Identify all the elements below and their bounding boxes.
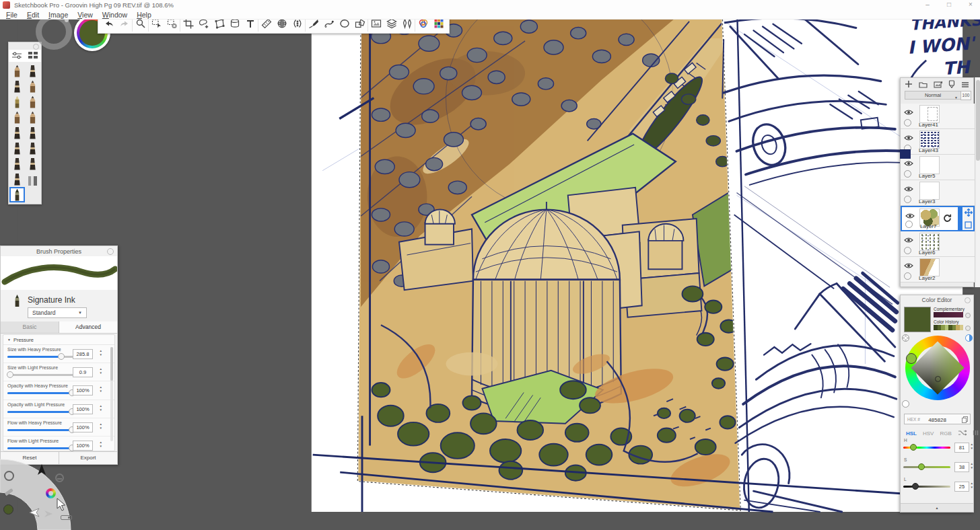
palette-close-icon[interactable] [33, 44, 39, 50]
layer-row[interactable]: Layer2 [901, 257, 975, 282]
value-stepper[interactable]: ▲▼ [100, 422, 102, 430]
lagoon-color-swatch[interactable] [3, 504, 13, 515]
pressure-section-header[interactable]: ▼ Pressure [3, 335, 114, 345]
lagoon-disable-icon[interactable] [55, 474, 64, 482]
layer-row[interactable]: Layer3 [901, 180, 975, 206]
randomize-icon[interactable] [958, 430, 967, 437]
lock-circle-icon[interactable] [904, 247, 911, 254]
layer-row-selected[interactable]: Layer7 [901, 206, 975, 231]
value-stepper[interactable]: ▲▼ [100, 404, 102, 412]
hex-value[interactable]: 485828 [905, 417, 970, 423]
slider-track[interactable] [7, 411, 75, 413]
lock-circle-icon[interactable] [904, 119, 911, 126]
close-button[interactable]: × [965, 0, 976, 9]
tab-hsv[interactable]: HSV [923, 430, 934, 437]
hex-field[interactable]: HEX # 485828 [904, 414, 971, 424]
color-options-icon[interactable] [902, 400, 909, 408]
slider-knob[interactable] [7, 371, 13, 378]
layer-folder-icon[interactable] [919, 79, 928, 91]
lock-circle-icon[interactable] [904, 272, 911, 280]
slider-knob[interactable] [58, 353, 65, 360]
slider-value[interactable]: 285.8 [73, 349, 93, 359]
value-stepper[interactable]: ▲▼ [971, 443, 973, 450]
brush-tip-icon[interactable] [25, 94, 40, 110]
hue-handle[interactable] [906, 353, 917, 364]
complementary-options-icon[interactable] [965, 313, 971, 318]
menu-view[interactable]: View [73, 11, 98, 19]
layers-scrollbar[interactable] [975, 77, 980, 287]
move-layer-icon[interactable] [965, 207, 973, 219]
slider-value[interactable]: 81 [954, 443, 969, 453]
lock-circle-icon[interactable] [904, 170, 911, 178]
panel-close-icon[interactable] [965, 297, 971, 303]
brush-tip-icon[interactable] [9, 110, 25, 125]
menu-help[interactable]: Help [132, 11, 156, 19]
brush-tip-icon-selected[interactable] [9, 187, 25, 202]
brush-tip-icon[interactable] [9, 63, 25, 79]
slider-knob[interactable] [910, 444, 917, 451]
menu-edit[interactable]: Edit [22, 11, 44, 19]
visibility-eye-icon[interactable] [904, 234, 913, 246]
tab-basic[interactable]: Basic [1, 321, 59, 333]
corner-lagoon[interactable] [0, 456, 101, 530]
layer-bounds-icon[interactable] [965, 219, 972, 231]
complementary-swatch[interactable] [934, 312, 963, 317]
visibility-eye-icon[interactable] [904, 183, 913, 195]
maximize-button[interactable]: □ [944, 0, 954, 9]
value-stepper[interactable]: ▲▼ [100, 367, 102, 375]
marker-tool-icon[interactable] [948, 79, 955, 91]
brush-tip-icon[interactable] [9, 94, 25, 110]
slider-value[interactable]: 38 [954, 462, 969, 472]
menu-window[interactable]: Window [98, 11, 132, 19]
layer-row[interactable]: Layer43 [901, 129, 975, 155]
tab-advanced[interactable]: Advanced [59, 321, 117, 333]
slider-value[interactable]: 25 [954, 482, 969, 492]
visibility-eye-icon[interactable] [904, 157, 913, 169]
brush-tip-icon[interactable] [9, 125, 25, 141]
slider-knob[interactable] [918, 463, 925, 470]
slider-knob[interactable] [912, 483, 919, 490]
sliders-view-icon[interactable] [973, 430, 979, 437]
copy-icon[interactable] [962, 416, 968, 424]
menu-file[interactable]: File [1, 11, 22, 19]
layer-scroll-indicator[interactable] [958, 207, 963, 230]
brush-tip-icon[interactable] [25, 156, 40, 172]
layer-row[interactable]: Layer5 [901, 155, 975, 180]
slider-value[interactable]: 0.9 [73, 367, 93, 377]
value-stepper[interactable]: ▲▼ [971, 482, 973, 489]
saturation-diamond[interactable] [911, 341, 964, 394]
saturation-handle[interactable] [935, 376, 941, 382]
value-stepper[interactable]: ▲▼ [971, 462, 973, 469]
transparency-icon[interactable] [902, 334, 909, 342]
slider-value[interactable]: 100% [73, 385, 93, 395]
lagoon-target-icon[interactable] [4, 471, 14, 481]
lightness-slider[interactable] [903, 486, 950, 488]
slider-track[interactable] [7, 392, 75, 394]
brush-tip-icon[interactable] [25, 172, 40, 187]
visibility-eye-icon[interactable] [904, 132, 913, 144]
brush-tip-icon[interactable] [25, 63, 40, 79]
brush-library-icon[interactable] [28, 50, 38, 62]
value-stepper[interactable]: ▲▼ [100, 385, 102, 393]
blend-mode-dropdown[interactable]: Normal▼ [905, 91, 961, 100]
layers-menu-icon[interactable] [961, 79, 969, 91]
brush-tip-icon[interactable] [9, 79, 25, 94]
lock-circle-icon[interactable] [905, 221, 913, 228]
title-bar[interactable]: Sketchbook Pro - Groovin High Pg 09 REV.… [0, 0, 980, 10]
history-options-icon[interactable] [965, 326, 971, 331]
value-stepper[interactable]: ▲▼ [100, 349, 102, 356]
menu-image[interactable]: Image [44, 11, 73, 19]
layer-row[interactable]: Layer6 [901, 231, 975, 257]
import-image-icon[interactable] [934, 79, 942, 91]
scrollbar[interactable] [110, 347, 113, 441]
current-color-swatch[interactable] [904, 307, 931, 332]
saturation-slider[interactable] [903, 466, 950, 468]
hue-slider[interactable] [903, 447, 950, 449]
brush-tip-icon[interactable] [25, 79, 40, 94]
collapse-handle[interactable]: ▲ [901, 503, 973, 512]
slider-track[interactable] [7, 356, 75, 358]
sync-icon[interactable] [942, 213, 952, 226]
brush-tip-icon[interactable] [25, 110, 40, 125]
slider-track[interactable] [7, 374, 75, 376]
split-color-icon[interactable] [965, 334, 973, 342]
